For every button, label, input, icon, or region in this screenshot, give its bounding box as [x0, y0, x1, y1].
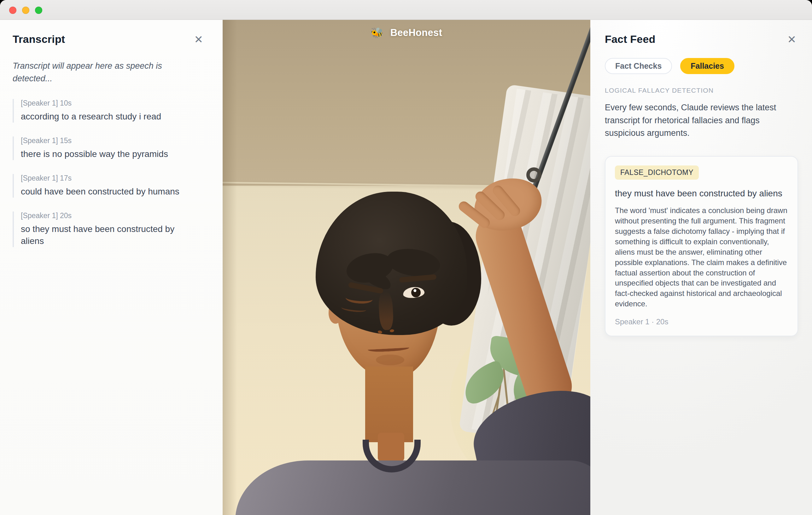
transcript-entry-text: according to a research study i read	[21, 111, 193, 123]
main-content: Transcript ✕ Transcript will appear here…	[0, 20, 812, 515]
transcript-entry-meta: [Speaker 1] 20s	[21, 211, 205, 220]
transcript-entry-text: so they must have been constructed by al…	[21, 223, 193, 247]
video-overlay-header: 🐝 BeeHonest	[223, 27, 590, 39]
wall-left-shadow	[223, 20, 237, 515]
curtain-grommet	[526, 168, 542, 182]
transcript-entry: [Speaker 1] 15s there is no possible way…	[12, 137, 205, 160]
app-window: Transcript ✕ Transcript will appear here…	[0, 0, 812, 515]
transcript-entry-meta: [Speaker 1] 10s	[21, 99, 205, 108]
webcam-video-feed: 🐝 BeeHonest	[223, 20, 590, 515]
fact-feed-close-icon[interactable]: ✕	[785, 33, 799, 46]
transcript-entry: [Speaker 1] 20s so they must have been c…	[12, 211, 205, 247]
zoom-window-button[interactable]	[35, 7, 42, 14]
section-label: LOGICAL FALLACY DETECTION	[605, 87, 798, 94]
transcript-entry-text: could have been constructed by humans	[21, 186, 193, 198]
transcript-entry: [Speaker 1] 10s according to a research …	[12, 99, 205, 123]
transcript-title: Transcript	[12, 33, 65, 46]
titlebar	[0, 0, 812, 20]
window-controls	[9, 7, 42, 14]
fallacy-speaker-meta: Speaker 1 · 20s	[615, 317, 787, 326]
app-name-overlay: BeeHonest	[390, 27, 442, 38]
fact-feed-title: Fact Feed	[605, 33, 656, 46]
feed-description: Every few seconds, Claude reviews the la…	[605, 101, 798, 140]
tab-fact-checks[interactable]: Fact Checks	[605, 58, 672, 74]
minimize-window-button[interactable]	[22, 7, 29, 14]
transcript-entry-text: there is no possible way the pyramids	[21, 148, 193, 160]
fallacy-claim: they must have been constructed by alien…	[615, 187, 787, 200]
fact-feed-tabs: Fact Checks Fallacies	[605, 58, 798, 74]
person-neck	[365, 367, 413, 442]
person-iris	[411, 287, 421, 298]
transcript-placeholder: Transcript will appear here as speech is…	[12, 60, 180, 85]
transcript-entries: [Speaker 1] 10s according to a research …	[12, 99, 205, 247]
fact-feed-header: Fact Feed ✕	[605, 33, 798, 46]
transcript-panel: Transcript ✕ Transcript will appear here…	[0, 20, 223, 515]
fact-feed-panel: Fact Feed ✕ Fact Checks Fallacies LOGICA…	[590, 20, 812, 515]
transcript-entry: [Speaker 1] 17s could have been construc…	[12, 174, 205, 198]
person-tshirt	[235, 460, 590, 515]
transcript-header: Transcript ✕	[12, 33, 205, 46]
transcript-close-icon[interactable]: ✕	[192, 33, 205, 46]
fallacy-type-badge: FALSE_DICHOTOMY	[615, 165, 699, 180]
bee-icon: 🐝	[371, 27, 383, 39]
tab-fallacies[interactable]: Fallacies	[680, 58, 734, 74]
fallacy-card: FALSE_DICHOTOMY they must have been cons…	[605, 156, 798, 337]
transcript-entry-meta: [Speaker 1] 17s	[21, 174, 205, 182]
person-chin-shadow	[376, 355, 404, 365]
close-window-button[interactable]	[9, 7, 17, 14]
transcript-entry-meta: [Speaker 1] 15s	[21, 137, 205, 145]
fallacy-explanation: The word 'must' indicates a conclusion b…	[615, 206, 787, 309]
